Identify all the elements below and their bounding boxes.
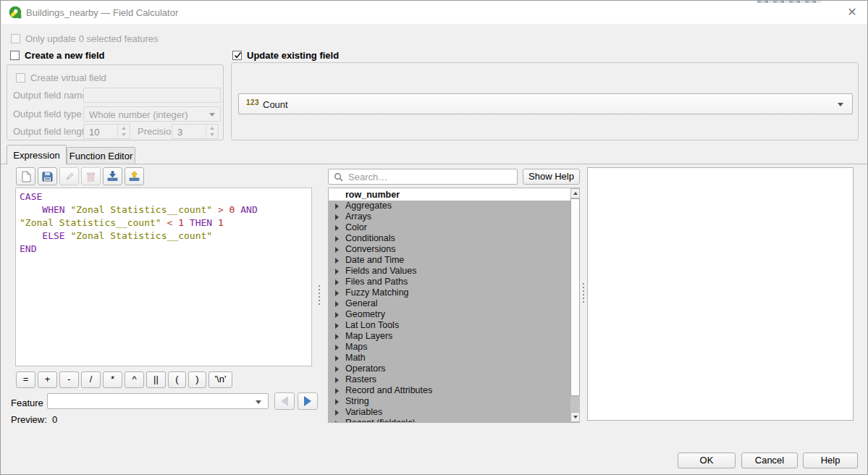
function-list-scrollbar[interactable] <box>570 188 580 422</box>
output-field-length-value: 10 <box>89 127 99 138</box>
feature-combo[interactable] <box>47 393 269 409</box>
operator-button[interactable]: + <box>38 371 57 388</box>
function-group-row[interactable]: Conditionals <box>329 233 570 244</box>
expand-arrow-icon[interactable] <box>335 214 339 220</box>
tab-expression[interactable]: Expression <box>7 145 67 164</box>
checkbox-checked-icon[interactable] <box>232 51 242 60</box>
operator-button[interactable]: '\n' <box>208 371 232 388</box>
new-expression-button[interactable] <box>16 167 35 185</box>
splitter-handle[interactable] <box>582 283 585 303</box>
function-group-row[interactable]: String <box>329 396 570 407</box>
operator-button[interactable]: || <box>146 371 166 388</box>
next-feature-button[interactable] <box>298 392 318 410</box>
function-group-row[interactable]: Fields and Values <box>329 266 570 277</box>
cancel-button[interactable]: Cancel <box>741 453 798 468</box>
delete-expression-button <box>81 167 101 185</box>
expand-arrow-icon[interactable] <box>335 388 339 394</box>
pencil-icon <box>64 172 75 182</box>
create-virtual-field-label: Create virtual field <box>30 72 106 83</box>
search-input[interactable]: Search… <box>328 169 518 185</box>
operator-button[interactable]: ) <box>188 371 206 388</box>
preview-value: 0 <box>52 414 57 425</box>
checkbox-icon[interactable] <box>10 51 20 60</box>
spinner-icons <box>206 125 217 138</box>
expand-arrow-icon[interactable] <box>335 225 339 231</box>
edit-expression-button <box>59 167 79 185</box>
scroll-down-icon[interactable] <box>570 412 580 422</box>
function-group-row[interactable]: Aggregates <box>329 201 570 211</box>
create-new-field-checkbox[interactable]: Create a new field <box>10 50 105 61</box>
operator-button[interactable]: = <box>16 371 35 388</box>
function-group-row[interactable]: Conversions <box>329 244 570 255</box>
function-group-row[interactable]: Lat Lon Tools <box>329 320 570 331</box>
function-group-row[interactable]: Operators <box>329 363 570 374</box>
function-group-row[interactable]: Files and Paths <box>329 277 570 287</box>
function-group-row[interactable]: Variables <box>329 407 570 418</box>
operator-button[interactable]: ( <box>168 371 186 388</box>
function-group-label: Variables <box>345 407 382 417</box>
ok-button[interactable]: OK <box>678 453 736 468</box>
function-group-row[interactable]: Rasters <box>329 374 570 385</box>
operator-button[interactable]: - <box>59 371 79 388</box>
previous-feature-button <box>274 392 295 410</box>
expand-arrow-icon[interactable] <box>335 410 339 416</box>
function-item-selected[interactable]: row_number <box>329 190 579 201</box>
expand-arrow-icon[interactable] <box>335 356 339 361</box>
expand-arrow-icon[interactable] <box>335 203 339 209</box>
feature-label: Feature <box>11 398 43 408</box>
function-group-row[interactable]: Recent (fieldcalc) <box>329 418 570 423</box>
close-icon[interactable]: ✕ <box>841 4 863 20</box>
expand-arrow-icon[interactable] <box>335 377 339 383</box>
titlebar[interactable]: Buildings_nearby — Field Calculator ✕ <box>1 1 868 24</box>
function-group-row[interactable]: Date and Time <box>329 255 570 266</box>
update-existing-field-checkbox[interactable]: Update existing field <box>232 50 339 61</box>
scroll-up-icon[interactable] <box>570 188 580 198</box>
function-group-row[interactable]: Arrays <box>329 211 570 222</box>
background-window-artifact <box>757 1 821 3</box>
expand-arrow-icon[interactable] <box>335 269 339 274</box>
expand-arrow-icon[interactable] <box>335 279 339 285</box>
output-field-type-combo: Whole number (integer) <box>83 106 221 122</box>
function-group-row[interactable]: Maps <box>329 342 570 353</box>
spinner-icons <box>117 125 129 138</box>
export-expressions-button[interactable] <box>125 167 144 185</box>
trash-icon <box>86 172 96 182</box>
expand-arrow-icon[interactable] <box>335 301 339 307</box>
operator-button[interactable]: * <box>103 371 122 388</box>
scrollbar-thumb[interactable] <box>570 198 580 396</box>
expand-arrow-icon[interactable] <box>335 323 339 329</box>
expand-arrow-icon[interactable] <box>335 399 339 405</box>
operator-button[interactable]: / <box>81 371 101 388</box>
expand-arrow-icon[interactable] <box>335 345 339 350</box>
function-group-row[interactable]: Color <box>329 222 570 233</box>
expression-editor[interactable]: CASE WHEN "Zonal Statistics__count" > 0 … <box>15 188 312 366</box>
save-expression-button[interactable] <box>38 167 57 185</box>
expand-arrow-icon[interactable] <box>335 247 339 253</box>
function-group-row[interactable]: Map Layers <box>329 331 570 342</box>
function-group-row[interactable]: General <box>329 298 570 309</box>
help-button[interactable]: Help <box>803 453 858 468</box>
expression-code-line: END <box>20 243 308 256</box>
expand-arrow-icon[interactable] <box>335 421 339 423</box>
expand-arrow-icon[interactable] <box>335 312 339 318</box>
tab-function-editor[interactable]: Function Editor <box>67 147 135 164</box>
function-group-row[interactable]: Record and Attributes <box>329 385 570 396</box>
import-expressions-button[interactable] <box>103 167 122 185</box>
function-group-row[interactable]: Math <box>329 353 570 363</box>
expression-code-line: CASE <box>20 190 308 203</box>
expand-arrow-icon[interactable] <box>335 236 339 242</box>
precision-spinbox: 3 <box>172 124 219 139</box>
existing-field-combo[interactable]: 123 Count <box>238 93 853 114</box>
expand-arrow-icon[interactable] <box>335 334 339 340</box>
function-group-row[interactable]: Fuzzy Matching <box>329 287 570 298</box>
expand-arrow-icon[interactable] <box>335 366 339 372</box>
function-group-row[interactable]: Geometry <box>329 309 570 320</box>
show-help-button[interactable]: Show Help <box>523 169 580 185</box>
expand-arrow-icon[interactable] <box>335 258 339 264</box>
expand-arrow-icon[interactable] <box>335 290 339 296</box>
function-group-label: String <box>345 396 369 406</box>
splitter-handle[interactable] <box>318 285 321 305</box>
function-group-label: Recent (fieldcalc) <box>345 418 416 423</box>
operator-button[interactable]: ^ <box>125 371 144 388</box>
search-icon <box>334 172 343 182</box>
